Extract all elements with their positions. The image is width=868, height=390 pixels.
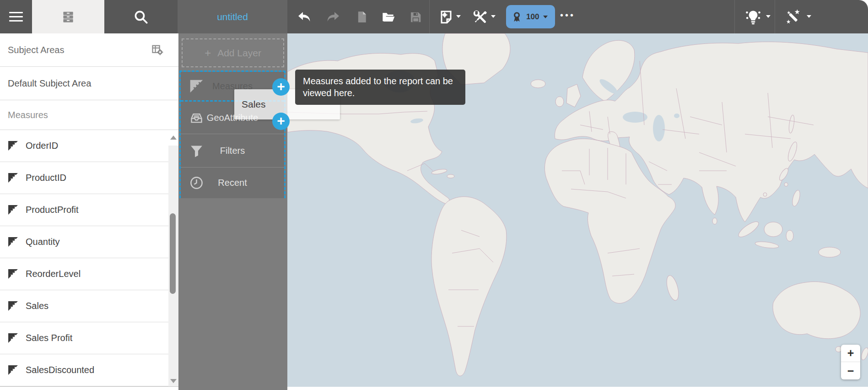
measures-section-label: Measures [8, 110, 48, 120]
add-geoattribute-button[interactable]: + [272, 113, 290, 130]
measure-list-item[interactable]: ReorderLevel [0, 258, 178, 290]
measure-icon [7, 140, 19, 152]
add-layer-button[interactable]: + Add Layer [182, 38, 284, 67]
open-button[interactable] [380, 9, 397, 25]
open-folder-icon [381, 10, 396, 24]
page-settings-caret-icon[interactable] [456, 15, 461, 18]
tools-caret-icon[interactable] [491, 15, 496, 18]
layer-row-label: Recent [218, 178, 247, 188]
add-measure-button[interactable]: + [272, 78, 290, 96]
tools-button[interactable] [472, 9, 488, 25]
measure-icon [7, 300, 19, 312]
layer-row-label: Filters [220, 146, 245, 156]
undo-icon [297, 10, 311, 24]
scroll-down-icon[interactable] [170, 379, 177, 383]
measure-icon [189, 79, 204, 94]
layer-row-recent[interactable]: Recent [181, 167, 284, 198]
tools-icon [472, 9, 488, 25]
measures-list: OrderID ProductID [0, 130, 178, 386]
toolbar-separator [775, 0, 775, 33]
insights-button[interactable] [745, 9, 761, 25]
layers-panel: + Add Layer Measures [178, 33, 287, 390]
measure-label: OrderID [26, 141, 58, 151]
zoom-out-button[interactable]: − [841, 362, 860, 379]
drag-ghost-label: Sales [242, 99, 266, 110]
badge-caret-icon [543, 16, 548, 18]
measure-label: Sales Profit [26, 333, 72, 343]
measure-label: Sales [26, 301, 49, 311]
more-options-button[interactable]: ••• [560, 10, 575, 21]
quality-score-badge[interactable]: 100 [506, 5, 555, 28]
map-zoom-control: + − [841, 345, 860, 379]
magic-wand-icon [785, 9, 802, 25]
subject-areas-header: Subject Areas [0, 33, 178, 67]
default-subject-area-label: Default Subject Area [8, 78, 91, 89]
report-title[interactable]: untitled [178, 0, 287, 33]
measure-label: SalesDiscounted [26, 365, 94, 375]
edit-subject-area-icon[interactable] [151, 43, 164, 56]
measure-label: ProductID [26, 173, 66, 183]
measure-list-item[interactable]: Sales Profit [0, 322, 178, 354]
menu-button[interactable] [0, 0, 32, 33]
search-icon [133, 9, 149, 25]
scrollbar-thumb[interactable] [170, 213, 176, 294]
measure-icon [7, 268, 19, 280]
measure-icon [7, 332, 19, 344]
undo-button[interactable] [296, 9, 312, 25]
quality-score-value: 100 [526, 12, 539, 22]
subject-areas-tab-icon [61, 10, 75, 24]
page-settings-icon [439, 10, 453, 24]
measure-list-item[interactable]: SalesDiscounted [0, 354, 178, 386]
measure-list-item[interactable]: Sales [0, 290, 178, 322]
layer-row-filters[interactable]: Filters [181, 134, 284, 167]
zoom-in-button[interactable]: + [841, 345, 860, 362]
geo-attribute-icon [189, 110, 204, 125]
measure-label: Quantity [26, 237, 59, 247]
redo-icon [326, 10, 341, 24]
save-icon [409, 10, 422, 24]
measure-icon [7, 236, 19, 248]
subject-areas-title: Subject Areas [8, 45, 64, 55]
filter-icon [189, 143, 204, 158]
plus-icon: + [205, 47, 211, 60]
app-window: untitled [0, 0, 868, 390]
tab-subject-areas[interactable] [32, 0, 104, 33]
redo-button[interactable] [325, 9, 342, 25]
measure-icon [7, 364, 19, 376]
report-title-text: untitled [217, 11, 248, 22]
measures-tooltip: Measures added to the report can be view… [295, 70, 465, 105]
measure-list-item[interactable]: ProductProfit [0, 194, 178, 226]
toolbar-separator [734, 0, 735, 33]
default-subject-area-item[interactable]: Default Subject Area [0, 67, 178, 100]
new-report-button[interactable] [354, 9, 370, 25]
measure-list-item[interactable]: OrderID [0, 130, 178, 162]
measure-label: ProductProfit [26, 205, 79, 215]
measure-list-item[interactable]: Quantity [0, 226, 178, 258]
medal-icon [511, 11, 523, 23]
magic-wand-caret-icon[interactable] [807, 15, 811, 18]
page-settings-button[interactable] [438, 9, 454, 25]
add-layer-label: Add Layer [217, 48, 261, 59]
measure-label: ReorderLevel [26, 269, 81, 279]
tab-search[interactable] [104, 0, 178, 33]
hamburger-icon [9, 10, 23, 24]
magic-wand-button[interactable] [785, 9, 802, 25]
subject-areas-panel: Subject Areas Default Subject Area Measu… [0, 33, 178, 387]
save-button[interactable] [407, 9, 424, 25]
sidebar-scrollbar [168, 130, 178, 386]
toolbar: untitled [0, 0, 868, 33]
insights-bulb-icon [745, 9, 761, 25]
recent-clock-icon [189, 175, 204, 190]
insights-caret-icon[interactable] [766, 15, 771, 18]
measures-section-header: Measures [0, 100, 178, 130]
scroll-up-icon[interactable] [170, 135, 177, 140]
measure-list-item[interactable]: ProductID [0, 162, 178, 194]
toolbar-separator [429, 0, 430, 33]
measure-icon [7, 172, 19, 184]
new-report-icon [355, 10, 369, 24]
measure-icon [7, 204, 19, 216]
